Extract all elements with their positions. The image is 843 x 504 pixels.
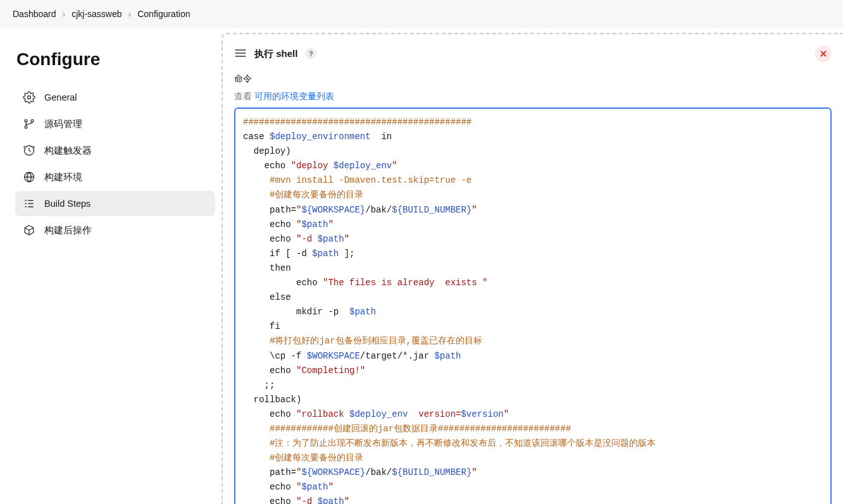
breadcrumb-project[interactable]: cjkj-sassweb	[72, 9, 122, 19]
env-vars-link[interactable]: 可用的环境变量列表	[254, 92, 334, 101]
chevron-right-icon: ›	[63, 9, 66, 19]
package-icon	[23, 224, 35, 237]
sidebar-item-label: 构建后操作	[44, 224, 92, 237]
command-textarea[interactable]: ########################################…	[234, 108, 832, 504]
sidebar-item-general[interactable]: General	[15, 85, 215, 110]
sidebar-item-build-steps[interactable]: Build Steps	[15, 191, 215, 216]
breadcrumb-configuration[interactable]: Configuration	[137, 9, 190, 19]
gear-icon	[23, 91, 35, 104]
sidebar-item-label: 构建触发器	[44, 145, 92, 157]
svg-point-0	[28, 96, 31, 99]
svg-point-1	[25, 120, 27, 122]
drag-handle-icon[interactable]	[234, 48, 247, 60]
command-label: 命令	[234, 73, 832, 85]
sidebar-item-environment[interactable]: 构建环境	[15, 164, 215, 190]
chevron-right-icon: ›	[128, 9, 132, 19]
steps-icon	[23, 197, 35, 210]
sidebar-item-triggers[interactable]: 构建触发器	[15, 138, 215, 163]
svg-point-3	[31, 120, 34, 122]
breadcrumb-dashboard[interactable]: Dashboard	[13, 9, 56, 19]
page-title: Configure	[16, 49, 215, 70]
sidebar-item-label: 构建环境	[44, 171, 82, 183]
sidebar-item-label: 源码管理	[44, 118, 82, 130]
breadcrumb: Dashboard › cjkj-sassweb › Configuration	[0, 0, 843, 28]
sidebar-item-label: General	[44, 92, 77, 102]
sidebar-item-post-build[interactable]: 构建后操作	[15, 218, 215, 243]
help-icon[interactable]: ?	[305, 48, 316, 59]
env-hint: 查看 可用的环境变量列表	[234, 91, 832, 102]
sidebar-item-label: Build Steps	[44, 199, 91, 209]
sidebar-item-scm[interactable]: 源码管理	[15, 111, 215, 137]
clock-icon	[23, 144, 35, 157]
step-title: 执行 shell	[254, 48, 297, 60]
step-header: 执行 shell ?	[234, 46, 832, 62]
branch-icon	[23, 118, 35, 130]
sidebar: Configure General 源码管理 构建触发器 构建环境	[0, 28, 222, 504]
main-panel: 执行 shell ? 命令 查看 可用的环境变量列表 #############…	[222, 33, 843, 504]
globe-icon	[23, 171, 35, 183]
close-button[interactable]	[815, 46, 832, 62]
hint-prefix: 查看	[234, 92, 254, 101]
svg-point-2	[25, 126, 27, 128]
